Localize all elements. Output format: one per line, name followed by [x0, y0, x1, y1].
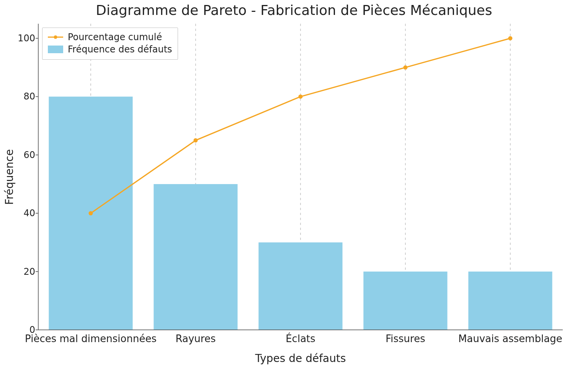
legend: Pourcentage cumulé Fréquence des défauts — [42, 28, 178, 60]
legend-item-bar: Fréquence des défauts — [48, 43, 172, 55]
x-tick-label: Mauvais assemblage — [458, 333, 562, 344]
y-tick-label: 80 — [12, 91, 35, 102]
plot-area — [38, 24, 563, 330]
x-tick-label: Rayures — [176, 333, 216, 344]
chart-title: Diagramme de Pareto - Fabrication de Piè… — [0, 2, 588, 18]
legend-item-line: Pourcentage cumulé — [48, 31, 172, 43]
plot-svg — [38, 24, 563, 330]
x-axis-label: Types de défauts — [38, 352, 563, 365]
legend-line-icon — [48, 33, 63, 41]
bar — [258, 242, 342, 330]
y-tick-label: 60 — [12, 150, 35, 160]
bar — [468, 272, 552, 330]
legend-label-line: Pourcentage cumulé — [68, 32, 162, 42]
y-tick-label: 40 — [12, 208, 35, 219]
x-tick-label: Fissures — [385, 333, 425, 344]
legend-label-bar: Fréquence des défauts — [68, 44, 172, 55]
bar — [363, 272, 447, 330]
line-marker — [194, 138, 198, 142]
line-marker — [299, 95, 303, 99]
line-marker — [89, 211, 93, 215]
y-tick-marks — [36, 38, 38, 330]
x-tick-label: Éclats — [286, 333, 315, 344]
y-tick-label: 20 — [12, 266, 35, 277]
x-tick-label: Pièces mal dimensionnées — [25, 333, 157, 344]
pareto-chart: Diagramme de Pareto - Fabrication de Piè… — [0, 0, 588, 380]
legend-bar-icon — [48, 46, 63, 53]
y-axis-label: Fréquence — [4, 24, 15, 330]
line-marker — [508, 36, 513, 41]
bar — [154, 184, 237, 330]
line-marker — [403, 65, 408, 70]
y-tick-label: 100 — [12, 33, 35, 44]
